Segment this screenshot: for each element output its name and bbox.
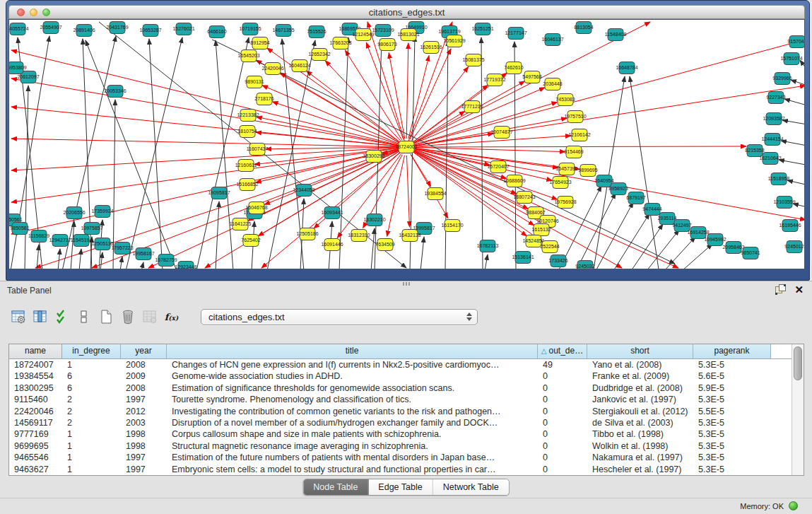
graph-node-yellow[interactable]: 7453083 [555,94,575,106]
unselect-all-icon[interactable] [74,308,93,327]
tab-node-table[interactable]: Node Table [303,479,368,495]
select-all-icon[interactable] [52,308,71,327]
graph-node-yellow[interactable]: 7462610 [504,62,523,74]
graph-node-yellow[interactable]: 10074877 [490,127,512,139]
cell-short[interactable]: Wolkin et al. (1998) [587,440,693,452]
graph-node-yellow[interactable]: 15166852 [236,179,258,191]
graph-node-yellow[interactable]: 11641225 [230,218,252,230]
network-window[interactable]: citations_edges.txt 14055724205549072089… [6,0,810,281]
cell-title[interactable]: Embryonic stem cells: a model to study s… [167,464,538,475]
cell-in_degree[interactable]: 1 [62,452,121,463]
graph-node-yellow[interactable]: 9806173 [377,39,396,51]
cell-pagerank[interactable]: 5.3E-5 [693,452,771,463]
cell-title[interactable]: Investigating the contribution of common… [167,406,538,417]
graph-node-teal[interactable]: 11156829 [28,230,49,243]
cell-pagerank[interactable]: 5.3E-5 [693,417,771,428]
cell-year[interactable]: 2008 [121,359,167,370]
graph-node-teal[interactable]: 16782759 [155,255,177,267]
cell-year[interactable]: 1997 [121,464,167,475]
graph-node-teal[interactable]: 15276021 [172,23,194,35]
graph-node-teal[interactable]: 9227343 [766,92,785,104]
graph-node-teal[interactable]: 20554907 [40,22,61,34]
graph-node-teal[interactable]: 8813054 [574,22,593,34]
graph-node-yellow[interactable]: 19756928 [554,197,576,209]
graph-node-yellow[interactable]: 5497568 [522,71,541,83]
graph-node-teal[interactable]: 16251251 [471,23,493,35]
graph-node-yellow[interactable]: 12213382 [237,110,259,122]
table-row[interactable]: 1830029562008Estimation of significance … [9,382,792,394]
new-table-icon[interactable] [96,308,115,327]
table-row[interactable]: 1872400712008Changes of HCN gene express… [9,359,792,370]
cell-in_degree[interactable]: 1 [62,440,121,452]
cell-title[interactable]: Estimation of the future numbers of pati… [167,452,538,463]
cell-name[interactable]: 14569117 [9,417,62,428]
cell-in_degree[interactable]: 2 [62,417,121,428]
cell-short[interactable]: Nakamura et al. (1997) [587,452,693,463]
graph-node-teal[interactable]: 20431769 [106,22,128,34]
cell-in_degree[interactable]: 1 [62,428,121,440]
graph-node-teal[interactable]: 9474444 [642,204,661,216]
graph-node-yellow[interactable]: 2718176 [254,93,273,105]
graph-node-yellow[interactable]: 18807243 [513,192,535,204]
cell-pagerank[interactable]: 5.3E-5 [693,394,771,405]
cell-name[interactable]: 9465546 [9,452,62,463]
cell-pagerank[interactable]: 5.3E-5 [693,359,771,370]
graph-node-teal[interactable]: 18302210 [363,214,385,226]
graph-node-yellow[interactable]: 18300295 [363,151,384,163]
graph-node-yellow[interactable]: 9899695 [578,165,597,177]
graph-node-teal[interactable]: 16046137 [541,34,563,46]
cell-year[interactable]: 2008 [121,382,167,394]
cell-pagerank[interactable]: 5.5E-5 [693,406,771,417]
column-header-in_degree[interactable]: in_degree [62,344,121,358]
graph-node-teal[interactable]: 17359924 [91,206,113,218]
delete-table-icon[interactable] [118,308,137,327]
panel-resize-grip[interactable] [403,282,410,286]
graph-node-yellow[interactable]: 15046768 [245,202,267,214]
graph-node-teal[interactable]: 20206556 [63,207,85,219]
cell-pagerank[interactable]: 5.3E-5 [693,464,771,475]
graph-node-yellow[interactable]: 19384554 [424,188,446,200]
column-header-pagerank[interactable]: pagerank [693,344,771,358]
table-row[interactable]: 946554611997Estimation of the future num… [9,452,792,463]
graph-node-yellow[interactable]: 12106142 [568,129,590,141]
graph-node-yellow[interactable]: 17719372 [483,74,505,86]
cell-title[interactable]: Genome-wide association studies in ADHD. [167,370,538,382]
cell-year[interactable]: 2003 [121,417,167,428]
graph-node-teal[interactable]: 12444154 [761,134,783,146]
cell-year[interactable]: 1997 [121,452,167,463]
graph-node-teal[interactable]: 17957223 [111,243,133,255]
graph-node-teal[interactable]: 10975857 [81,223,102,235]
graph-node-yellow[interactable]: 2036448 [543,78,562,90]
graph-node-yellow[interactable]: 9890131 [245,76,264,88]
graph-node-teal[interactable]: 11548408 [605,29,627,41]
graph-node-center[interactable]: 18724007 [395,141,417,153]
graph-node-yellow[interactable]: 16091446 [321,239,343,251]
cell-title[interactable]: Structural magnetic resonance image aver… [167,440,538,452]
cell-name[interactable]: 9777169 [9,428,62,440]
cell-short[interactable]: Yano et al. (2008) [587,359,693,370]
table-mode-icon[interactable] [8,308,28,327]
cell-out_de[interactable]: 49 [538,359,587,370]
float-panel-icon[interactable] [775,284,786,295]
cell-in_degree[interactable]: 2 [62,406,121,417]
graph-node-yellow[interactable]: 12652342 [308,49,330,61]
cell-title[interactable]: Estimation of significance thresholds fo… [167,382,538,394]
close-panel-icon[interactable]: ✕ [794,284,804,295]
graph-node-yellow[interactable]: 17654923 [549,177,571,189]
table-row[interactable]: 2242004622012Investigating the contribut… [9,406,792,417]
cell-title[interactable]: Changes of HCN gene expression and I(f) … [167,359,538,370]
cell-name[interactable]: 22420046 [9,406,62,417]
cell-title[interactable]: Tourette syndrome. Phenomenology and cla… [167,394,538,405]
graph-node-teal[interactable]: 8215358 [745,145,764,157]
cell-in_degree[interactable]: 1 [62,464,121,475]
graph-node-teal[interactable]: 10719155 [239,23,261,35]
cell-year[interactable]: 1998 [121,428,167,440]
graph-node-yellow[interactable]: 17771210 [461,101,483,113]
graph-node-teal[interactable]: 14055724 [9,23,29,35]
graph-node-yellow[interactable]: 10561929 [443,35,465,47]
graph-node-yellow[interactable]: 15720407 [487,161,509,173]
table-row[interactable]: 911546021997Tourette syndrome. Phenomeno… [9,394,792,405]
cell-name[interactable]: 9463627 [9,464,62,475]
graph-node-teal[interactable]: 19958167 [132,248,154,260]
graph-node-yellow[interactable]: 1615132 [531,224,551,236]
